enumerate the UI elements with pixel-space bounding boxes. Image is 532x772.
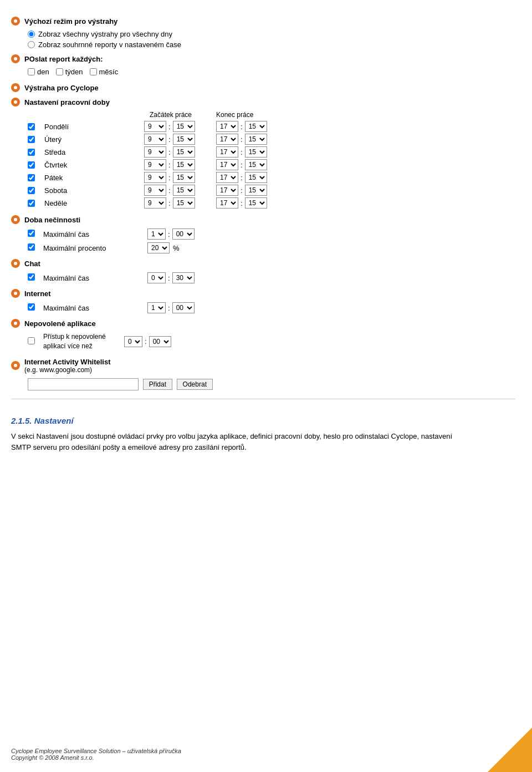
internet-max-cas-checkbox[interactable] (28, 303, 35, 311)
end-time-col-4: 01234567891011121314151617181920212223:0… (216, 172, 283, 183)
day-checkbox-4[interactable] (28, 174, 35, 181)
end-h-3[interactable]: 01234567891011121314151617181920212223 (216, 159, 238, 170)
day-checkbox-0[interactable] (28, 123, 35, 130)
start-h-3[interactable]: 01234567891011121314151617181920212223 (144, 159, 166, 170)
end-time-col-3: 01234567891011121314151617181920212223:0… (216, 159, 283, 170)
radio-all-days-label: Zobraz všechny výstrahy pro všechny dny (38, 30, 172, 38)
end-h-1[interactable]: 01234567891011121314151617181920212223 (216, 134, 238, 145)
footer-line1: Cyclope Employee Surveillance Solution –… (11, 748, 181, 754)
doba-max-pct-checkbox-col (28, 243, 39, 252)
day-checkbox-6[interactable] (28, 200, 35, 207)
start-time-col-5: 01234567891011121314151617181920212223:0… (144, 185, 211, 196)
start-time-col-2: 01234567891011121314151617181920212223:0… (144, 146, 211, 158)
nepovolene-checkbox[interactable] (28, 337, 35, 344)
pridat-button[interactable]: Přidat (143, 379, 172, 390)
day-name-5: Sobota (44, 186, 144, 195)
internet-title: Internet (24, 290, 51, 298)
checkbox-den[interactable] (28, 68, 35, 75)
doba-max-cas-h-select[interactable]: 1 (147, 228, 166, 240)
start-m-3[interactable]: 000510152025303540455055 (173, 159, 195, 170)
table-row: Pátek01234567891011121314151617181920212… (28, 172, 515, 183)
checkbox-tyden[interactable] (56, 68, 63, 75)
day-checkbox-col-4 (28, 174, 44, 181)
start-h-6[interactable]: 01234567891011121314151617181920212223 (144, 197, 166, 209)
internet-max-cas-h-select[interactable]: 1 (147, 302, 166, 313)
end-m-3[interactable]: 000510152025303540455055 (245, 159, 267, 170)
start-m-6[interactable]: 000510152025303540455055 (173, 197, 195, 209)
day-name-3: Čtvrtek (44, 161, 144, 169)
start-sep-2: : (168, 148, 171, 156)
table-row: Čtvrtek012345678910111213141516171819202… (28, 159, 515, 170)
page-content: Výchozí režim pro výstrahy Zobraz všechn… (0, 0, 532, 476)
nepovolene-row: Přístup k nepovolené aplikací více než 0… (28, 332, 515, 351)
vystraha-header: Výstraha pro Cyclope (11, 83, 515, 92)
start-m-2[interactable]: 000510152025303540455055 (173, 146, 195, 158)
end-m-4[interactable]: 000510152025303540455055 (245, 172, 267, 183)
label-den: den (37, 68, 49, 76)
end-time-col-0: 01234567891011121314151617181920212223:0… (216, 121, 283, 132)
day-checkbox-col-6 (28, 200, 44, 207)
checkbox-den-row: den (28, 68, 49, 76)
end-m-2[interactable]: 000510152025303540455055 (245, 146, 267, 158)
start-h-5[interactable]: 01234567891011121314151617181920212223 (144, 185, 166, 196)
doba-max-cas-checkbox[interactable] (28, 230, 35, 237)
internet-header: Internet (11, 289, 515, 298)
time-sep-nepovolene: : (145, 337, 147, 346)
day-checkbox-2[interactable] (28, 149, 35, 156)
page-separator (11, 399, 515, 399)
end-h-5[interactable]: 01234567891011121314151617181920212223 (216, 185, 238, 196)
start-h-0[interactable]: 01234567891011121314151617181920212223 (144, 121, 166, 132)
radio-summary-input[interactable] (28, 41, 35, 48)
section-bullet-7 (11, 289, 20, 298)
doba-rows: Maximální čas 1 : 00 Maximální procento … (28, 228, 515, 253)
col-day-spacer (28, 111, 150, 119)
chat-max-cas-time: 0 : 30 (147, 272, 195, 283)
chat-max-cas-checkbox[interactable] (28, 273, 35, 281)
doba-max-cas-m-select[interactable]: 00 (172, 228, 195, 240)
end-sep-4: : (241, 174, 243, 182)
end-m-0[interactable]: 000510152025303540455055 (245, 121, 267, 132)
footer-left: Cyclope Employee Surveillance Solution –… (11, 748, 181, 761)
doba-max-pct-checkbox[interactable] (28, 243, 35, 251)
odebrat-button[interactable]: Odebrat (177, 379, 213, 390)
page-footer: Cyclope Employee Surveillance Solution –… (11, 743, 521, 761)
send-report-header: POslat report každých: (11, 54, 515, 63)
start-time-col-0: 01234567891011121314151617181920212223:0… (144, 121, 211, 132)
end-h-0[interactable]: 01234567891011121314151617181920212223 (216, 121, 238, 132)
nepovolene-header: Nepovolené aplikace (11, 319, 515, 328)
internet-max-cas-time: 1 : 00 (147, 302, 195, 313)
end-time-col-1: 01234567891011121314151617181920212223:0… (216, 134, 283, 145)
end-m-1[interactable]: 000510152025303540455055 (245, 134, 267, 145)
end-h-2[interactable]: 01234567891011121314151617181920212223 (216, 146, 238, 158)
nepovolene-h-select[interactable]: 0 (124, 336, 142, 347)
whitelist-text-input[interactable] (28, 378, 139, 390)
end-m-5[interactable]: 000510152025303540455055 (245, 185, 267, 196)
start-m-1[interactable]: 000510152025303540455055 (173, 134, 195, 145)
start-m-0[interactable]: 000510152025303540455055 (173, 121, 195, 132)
end-h-6[interactable]: 01234567891011121314151617181920212223 (216, 197, 238, 209)
work-hours-col-headers: Začátek práce Konec práce (28, 111, 515, 119)
start-m-5[interactable]: 000510152025303540455055 (173, 185, 195, 196)
checkbox-mesic[interactable] (90, 68, 97, 75)
day-checkbox-5[interactable] (28, 187, 35, 194)
start-h-2[interactable]: 01234567891011121314151617181920212223 (144, 146, 166, 158)
nepovolene-m-select[interactable]: 00 (149, 336, 171, 347)
start-m-4[interactable]: 000510152025303540455055 (173, 172, 195, 183)
start-sep-4: : (168, 174, 171, 182)
end-m-6[interactable]: 000510152025303540455055 (245, 197, 267, 209)
start-sep-3: : (168, 161, 171, 169)
doba-max-cas-checkbox-col (28, 230, 39, 238)
start-h-1[interactable]: 01234567891011121314151617181920212223 (144, 134, 166, 145)
start-h-4[interactable]: 01234567891011121314151617181920212223 (144, 172, 166, 183)
doba-max-pct-select[interactable]: 20 (147, 242, 170, 253)
radio-all-days-input[interactable] (28, 31, 35, 38)
chat-max-cas-m-select[interactable]: 30 (172, 272, 195, 283)
day-checkbox-3[interactable] (28, 161, 35, 169)
section-bullet-3 (11, 83, 20, 92)
chat-max-cas-h-select[interactable]: 0 (147, 272, 166, 283)
internet-max-cas-m-select[interactable]: 00 (172, 302, 195, 313)
day-checkbox-1[interactable] (28, 136, 35, 143)
whitelist-title: Internet Activity Whitelist (24, 358, 111, 366)
end-h-4[interactable]: 01234567891011121314151617181920212223 (216, 172, 238, 183)
end-time-col-2: 01234567891011121314151617181920212223:0… (216, 146, 283, 158)
